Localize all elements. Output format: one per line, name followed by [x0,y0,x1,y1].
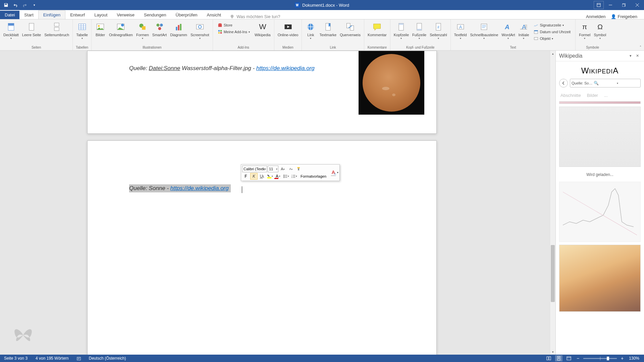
search-icon[interactable]: 🔍 [594,81,616,85]
ribbon-options-button[interactable] [594,1,604,9]
meine-addins-button[interactable]: Meine Add-Ins ▾ [216,29,251,35]
store-button[interactable]: Store [216,22,251,28]
vertical-scrollbar[interactable]: ▴ ▾ [550,51,555,355]
taskpane-search-input[interactable]: Quelle: Sonne - https://de.wikipedia.org… [570,79,641,87]
screenshot-button[interactable]: Screenshot▾ [189,21,211,41]
zoom-level[interactable]: 130% [628,356,641,361]
tell-me-input[interactable]: Was möchten Sie tun? [230,14,280,19]
kommentar-button[interactable]: Kommentar [366,21,388,38]
deckblatt-button[interactable]: Deckblatt▾ [2,21,20,41]
tp-result-image-2[interactable] [559,107,641,167]
mini-format-painter-button[interactable] [295,166,303,172]
close-button[interactable] [631,0,644,10]
status-wordcount[interactable]: 4 von 195 Wörtern [32,356,73,361]
status-page[interactable]: Seite 3 von 3 [0,356,32,361]
mini-underline-button[interactable]: U ▾ [258,173,266,180]
share-button[interactable]: 👤Freigeben [611,14,637,19]
signaturzeile-button[interactable]: Signaturzeile ▾ [532,22,572,28]
mini-grow-font-button[interactable]: A▴ [279,166,286,172]
mini-fontsize-combo[interactable]: 11 [268,166,278,172]
zoom-in-button[interactable]: + [620,356,625,361]
tp-tab-images[interactable]: Bilder [587,93,598,98]
save-button[interactable] [2,1,10,9]
view-web-button[interactable] [565,355,573,361]
fusszeile-button[interactable]: Fußzeile▾ [411,21,428,41]
image-caption-1[interactable]: Quelle: Datei:Sonne Wasserstoff-alpha-Fi… [129,65,315,72]
taskpane-back-button[interactable] [559,79,568,87]
mini-highlight-button[interactable]: ▾ [266,173,274,180]
schnellbausteine-button[interactable]: Schnellbausteine▾ [469,21,500,41]
selected-text[interactable]: Quelle: Sonne - https://de.wikipedia.org [129,184,231,192]
undo-button[interactable] [11,1,19,9]
formen-button[interactable]: Formen▾ [135,21,150,41]
selected-url-link[interactable]: https://de.wikipedia.org [170,185,229,191]
smartart-button[interactable]: SmartArt [151,21,168,38]
querverweis-button[interactable]: Querverweis [338,21,362,38]
status-language[interactable]: Deutsch (Österreich) [85,356,130,361]
tab-file[interactable]: Datei [0,11,19,19]
zoom-slider[interactable] [583,358,617,359]
symbol-button[interactable]: ΩSymbol▾ [592,21,607,41]
taskpane-content[interactable]: Wird geladen... [556,100,644,355]
leere-seite-button[interactable]: Leere Seite [21,21,42,38]
seitenzahl-button[interactable]: #Seitenzahl▾ [428,21,448,41]
mini-shrink-font-button[interactable]: A▾ [287,166,294,172]
objekt-button[interactable]: Objekt ▾ [532,36,572,42]
onlinegrafiken-button[interactable]: Onlinegrafiken [108,21,134,38]
mini-bullets-button[interactable]: ▾ [282,173,290,180]
collapse-ribbon-button[interactable]: ˄ [640,45,641,49]
tp-tab-more[interactable]: ... [604,93,608,98]
tp-result-image-4[interactable] [559,245,641,312]
tab-entwurf[interactable]: Entwurf [65,11,90,19]
sun-image[interactable] [359,51,424,115]
tab-sendungen[interactable]: Sendungen [139,11,171,19]
maximize-button[interactable] [617,0,631,10]
page-previous[interactable]: Quelle: Datei:Sonne Wasserstoff-alpha-Fi… [87,51,437,134]
taskpane-options-button[interactable]: ▾ [627,53,634,59]
scroll-up-button[interactable]: ▴ [550,51,555,56]
tab-einfuegen[interactable]: Einfügen [38,10,65,19]
formel-button[interactable]: πFormel▾ [578,21,592,41]
link-button[interactable]: Link▾ [304,21,317,41]
tp-tab-sections[interactable]: Abschnitte [560,93,581,98]
tabelle-button[interactable]: Tabelle▾ [75,21,89,41]
bilder-button[interactable]: Bilder [94,21,107,38]
signin-link[interactable]: Anmelden [586,14,606,19]
mini-styles-gallery-button[interactable]: AA▾ [330,166,338,179]
textfeld-button[interactable]: ATextfeld▾ [453,21,468,41]
mini-fontcolor-button[interactable]: A▾ [274,173,282,180]
diagramm-button[interactable]: Diagramm [169,21,189,38]
redo-button[interactable] [21,1,29,9]
qat-customize-button[interactable]: ▾ [30,1,38,9]
initiale-button[interactable]: AInitiale▾ [517,21,530,41]
search-dropdown-button[interactable]: ▾ [615,82,639,85]
mini-italic-button[interactable]: K [250,173,258,180]
scroll-thumb[interactable] [551,245,555,302]
mini-numbering-button[interactable]: 123▾ [290,173,298,180]
datum-uhrzeit-button[interactable]: Datum und Uhrzeit [532,29,572,35]
tab-verweise[interactable]: Verweise [112,11,139,19]
mini-font-combo[interactable]: Calibri (Textk [242,166,267,172]
minimize-button[interactable] [604,0,617,10]
zoom-out-button[interactable]: − [575,356,581,361]
tab-start[interactable]: Start [19,11,38,19]
tp-result-image-3[interactable] [559,182,641,242]
textmarke-button[interactable]: Textmarke [318,21,338,38]
wordart-button[interactable]: AWordArt▾ [500,21,516,41]
caption1-url-link[interactable]: https://de.wikipedia.org [256,65,315,71]
onlinevideo-button[interactable]: Online-video [276,21,300,38]
document-area[interactable]: Quelle: Datei:Sonne Wasserstoff-alpha-Fi… [0,51,555,355]
tp-result-image-1[interactable] [559,101,641,104]
tab-ansicht[interactable]: Ansicht [202,11,226,19]
taskpane-close-button[interactable]: ✕ [634,53,641,59]
page-current[interactable]: Quelle: Sonne - https://de.wikipedia.org… [87,140,437,355]
status-spellcheck[interactable] [73,356,85,361]
mini-bold-button[interactable]: F [242,173,250,180]
tab-ueberpruefen[interactable]: Überprüfen [171,11,202,19]
mini-styles-button[interactable]: Formatvorlagen [299,173,328,180]
seitenumbruch-button[interactable]: Seitenumbruch [43,21,70,38]
kopfzeile-button[interactable]: Kopfzeile▾ [392,21,410,41]
view-print-button[interactable] [555,355,562,361]
tab-layout[interactable]: Layout [90,11,112,19]
scroll-down-button[interactable]: ▾ [550,349,555,355]
